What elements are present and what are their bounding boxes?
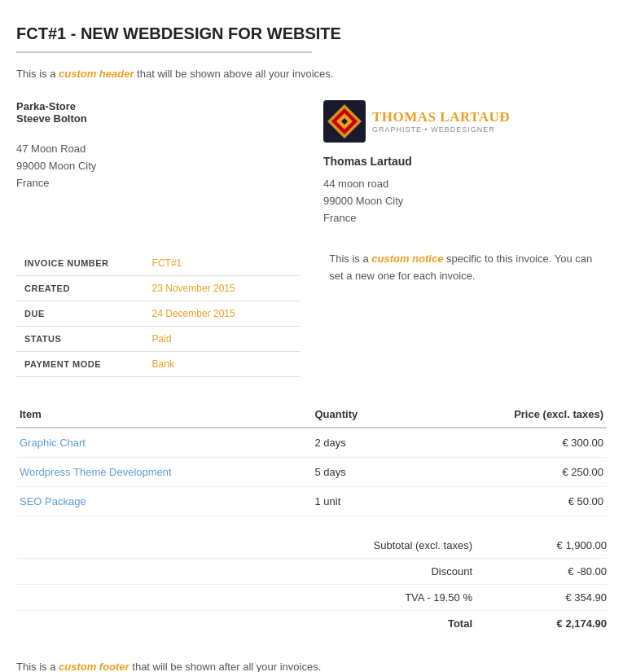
invoice-info-table: INVOICE NUMBERFCT#1CREATED23 November 20…	[16, 251, 300, 377]
client-country: France	[16, 175, 282, 192]
item-name: SEO Package	[16, 487, 312, 516]
header-text-before: This is a	[16, 68, 59, 80]
invoice-value: Bank	[144, 352, 300, 377]
total-row: Discount € -80.00	[16, 559, 607, 585]
total-value: € 2,174.90	[489, 617, 607, 630]
custom-notice: This is a custom notice specific to this…	[329, 251, 607, 285]
totals-section: Subtotal (excl. taxes) € 1,900.00 Discou…	[16, 533, 607, 636]
custom-header-notice: This is a custom header that will be sho…	[16, 68, 607, 80]
item-price: € 300.00	[430, 428, 608, 458]
notice-highlight: custom notice	[371, 253, 443, 265]
invoice-label: CREATED	[16, 276, 144, 301]
client-name: Steeve Bolton	[16, 112, 282, 125]
title-divider	[16, 51, 312, 53]
header-highlight: custom header	[59, 68, 134, 80]
invoice-value: 23 November 2015	[144, 276, 300, 301]
items-header-row: Item Quantity Price (excl. taxes)	[16, 402, 607, 428]
item-link[interactable]: Graphic Chart	[20, 437, 86, 449]
vendor-address1: 44 moon road	[323, 176, 607, 193]
middle-section: INVOICE NUMBERFCT#1CREATED23 November 20…	[16, 251, 607, 377]
logo-area: Thomas lartauð Graphiste • Webdesigner	[323, 100, 607, 143]
total-value: € -80.00	[489, 565, 607, 578]
total-row: Subtotal (excl. taxes) € 1,900.00	[16, 533, 607, 559]
total-row: Total € 2,174.90	[16, 611, 607, 636]
item-quantity: 5 days	[312, 458, 430, 487]
logo-subtitle: Graphiste • Webdesigner	[372, 125, 510, 134]
item-quantity: 1 unit	[312, 487, 430, 516]
table-row: Graphic Chart 2 days € 300.00	[16, 428, 607, 458]
item-link[interactable]: Wordpress Theme Development	[20, 466, 172, 478]
col-header-item: Item	[16, 402, 312, 428]
col-header-quantity: Quantity	[312, 402, 430, 428]
item-name: Wordpress Theme Development	[16, 458, 312, 487]
notice-text: This is a	[329, 253, 371, 265]
table-row: SEO Package 1 unit € 50.00	[16, 487, 607, 516]
invoice-info-row: STATUSPaid	[16, 327, 300, 352]
total-label: Total	[312, 617, 489, 630]
footer-text: This is a	[16, 661, 59, 672]
col-header-price: Price (excl. taxes)	[430, 402, 608, 428]
invoice-label: STATUS	[16, 327, 144, 352]
page-title: FCT#1 - NEW WEBDESIGN FOR WEBSITE	[16, 24, 607, 43]
footer-text2: that will be shown after all your invoic…	[129, 661, 322, 672]
invoice-value: FCT#1	[144, 251, 300, 276]
header-text-after: that will be shown above all your invoic…	[134, 68, 334, 80]
item-name: Graphic Chart	[16, 428, 312, 458]
item-link[interactable]: SEO Package	[20, 495, 86, 507]
vendor-info: Thomas lartauð Graphiste • Webdesigner T…	[323, 100, 607, 226]
invoice-label: PAYMENT MODE	[16, 352, 144, 377]
client-company: Parka-Store	[16, 100, 282, 112]
item-quantity: 2 days	[312, 428, 430, 458]
item-price: € 250.00	[430, 458, 608, 487]
invoice-value: Paid	[144, 327, 300, 352]
invoice-label: DUE	[16, 301, 144, 327]
client-info: Parka-Store Steeve Bolton 47 Moon Road 9…	[16, 100, 282, 226]
vendor-country: France	[323, 210, 607, 227]
items-table: Item Quantity Price (excl. taxes) Graphi…	[16, 402, 607, 516]
custom-footer-notice: This is a custom footer that will be sho…	[16, 661, 607, 672]
top-section: Parka-Store Steeve Bolton 47 Moon Road 9…	[16, 100, 607, 226]
vendor-address2: 99000 Moon City	[323, 193, 607, 210]
vendor-name: Thomas Lartaud	[323, 155, 607, 168]
invoice-label: INVOICE NUMBER	[16, 251, 144, 276]
client-address2: 99000 Moon City	[16, 158, 282, 175]
invoice-info-row: PAYMENT MODEBank	[16, 352, 300, 377]
invoice-value: 24 December 2015	[144, 301, 300, 327]
logo-icon	[323, 100, 366, 143]
total-label: Discount	[312, 565, 489, 578]
footer-highlight: custom footer	[59, 661, 129, 672]
table-row: Wordpress Theme Development 5 days € 250…	[16, 458, 607, 487]
total-label: TVA - 19.50 %	[312, 591, 489, 604]
invoice-info-row: INVOICE NUMBERFCT#1	[16, 251, 300, 276]
logo-name: Thomas lartauð	[372, 109, 510, 125]
total-row: TVA - 19.50 % € 354.90	[16, 585, 607, 611]
invoice-info-row: CREATED23 November 2015	[16, 276, 300, 301]
total-value: € 354.90	[489, 591, 607, 604]
item-price: € 50.00	[430, 487, 608, 516]
logo-text: Thomas lartauð Graphiste • Webdesigner	[372, 109, 510, 134]
total-label: Subtotal (excl. taxes)	[312, 539, 489, 551]
client-address1: 47 Moon Road	[16, 141, 282, 158]
invoice-info-row: DUE24 December 2015	[16, 301, 300, 327]
total-value: € 1,900.00	[489, 539, 607, 551]
